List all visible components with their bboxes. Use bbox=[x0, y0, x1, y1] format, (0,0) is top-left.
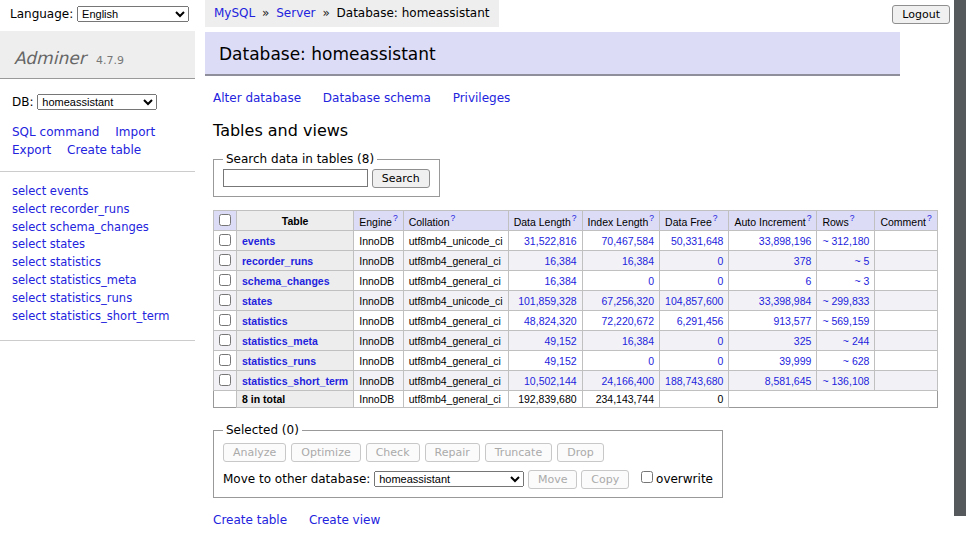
row-checkbox[interactable] bbox=[219, 234, 231, 246]
data-length-link[interactable]: 48,824,320 bbox=[524, 315, 577, 327]
table-link-statistics[interactable]: statistics bbox=[242, 315, 288, 327]
sidebar-select-link-select-statistics-meta[interactable]: select statistics_meta bbox=[12, 272, 183, 290]
data-length-link[interactable]: 16,384 bbox=[544, 255, 576, 267]
row-checkbox[interactable] bbox=[219, 334, 231, 346]
data-free-link[interactable]: 0 bbox=[718, 275, 724, 287]
column-help-link[interactable]: ? bbox=[850, 213, 855, 223]
column-help-link[interactable]: ? bbox=[713, 213, 718, 223]
sidebar-select-link-select-statistics[interactable]: select statistics bbox=[12, 254, 183, 272]
create-link-create-table[interactable]: Create table bbox=[213, 513, 287, 527]
adminer-logo-link[interactable]: Adminer bbox=[14, 48, 86, 68]
sidebar-select-link-select-events[interactable]: select events bbox=[12, 183, 183, 201]
data-length-link[interactable]: 101,859,328 bbox=[518, 295, 576, 307]
data-length-link[interactable]: 16,384 bbox=[544, 275, 576, 287]
data-free-link[interactable]: 50,331,648 bbox=[671, 235, 724, 247]
data-free-link[interactable]: 0 bbox=[718, 335, 724, 347]
rows-link[interactable]: ~ 312,180 bbox=[822, 235, 869, 247]
search-input[interactable] bbox=[223, 169, 368, 187]
sidebar-select-link-select-recorder-runs[interactable]: select recorder_runs bbox=[12, 201, 183, 219]
row-checkbox[interactable] bbox=[219, 314, 231, 326]
column-help-link[interactable]: ? bbox=[649, 213, 654, 223]
db-action-link-alter-database[interactable]: Alter database bbox=[213, 91, 301, 105]
language-select[interactable]: English bbox=[77, 6, 189, 22]
vertical-scrollbar[interactable] bbox=[954, 0, 966, 543]
db-action-link-database-schema[interactable]: Database schema bbox=[323, 91, 431, 105]
sidebar-select-link-select-statistics-runs[interactable]: select statistics_runs bbox=[12, 290, 183, 308]
index-length-link[interactable]: 67,256,320 bbox=[601, 295, 654, 307]
create-link-create-view[interactable]: Create view bbox=[309, 513, 380, 527]
auto-increment-link[interactable]: 6 bbox=[806, 275, 812, 287]
row-checkbox[interactable] bbox=[219, 254, 231, 266]
table-link-schema-changes[interactable]: schema_changes bbox=[242, 275, 330, 287]
data-free-link[interactable]: 0 bbox=[718, 355, 724, 367]
data-length-link[interactable]: 31,522,816 bbox=[524, 235, 577, 247]
table-link-statistics-runs[interactable]: statistics_runs bbox=[242, 355, 316, 367]
table-link-statistics-short-term[interactable]: statistics_short_term bbox=[242, 375, 348, 387]
sidebar-link-export[interactable]: Export bbox=[12, 143, 51, 157]
overwrite-checkbox[interactable] bbox=[641, 471, 653, 483]
sidebar-link-import[interactable]: Import bbox=[115, 125, 155, 139]
index-length-link[interactable]: 72,220,672 bbox=[601, 315, 654, 327]
sidebar-select-link-select-states[interactable]: select states bbox=[12, 236, 183, 254]
auto-increment-link[interactable]: 39,999 bbox=[779, 355, 811, 367]
breadcrumb-mysql-link[interactable]: MySQL bbox=[214, 6, 255, 20]
column-help-link[interactable]: ? bbox=[927, 213, 932, 223]
data-length-link[interactable]: 10,502,144 bbox=[524, 375, 577, 387]
index-length-link[interactable]: 0 bbox=[648, 275, 654, 287]
db-action-link-privileges[interactable]: Privileges bbox=[453, 91, 511, 105]
data-length-link[interactable]: 49,152 bbox=[544, 335, 576, 347]
table-link-statistics-meta[interactable]: statistics_meta bbox=[242, 335, 318, 347]
copy-button[interactable]: Copy bbox=[581, 470, 629, 489]
data-free-link[interactable]: 6,291,456 bbox=[677, 315, 724, 327]
data-free-link[interactable]: 188,743,680 bbox=[665, 375, 723, 387]
move-button[interactable]: Move bbox=[528, 470, 578, 489]
rows-link[interactable]: ~ 628 bbox=[843, 355, 870, 367]
drop-button[interactable]: Drop bbox=[557, 443, 603, 462]
rows-link[interactable]: ~ 299,833 bbox=[822, 295, 869, 307]
breadcrumb-server-link[interactable]: Server bbox=[276, 6, 315, 20]
repair-button[interactable]: Repair bbox=[425, 443, 480, 462]
rows-link[interactable]: ~ 5 bbox=[855, 255, 870, 267]
data-free-link[interactable]: 0 bbox=[718, 255, 724, 267]
move-db-select[interactable]: homeassistant bbox=[374, 471, 524, 487]
table-link-states[interactable]: states bbox=[242, 295, 272, 307]
rows-link[interactable]: ~ 136,108 bbox=[822, 375, 869, 387]
column-help-link[interactable]: ? bbox=[393, 213, 398, 223]
rows-link[interactable]: ~ 3 bbox=[855, 275, 870, 287]
row-checkbox[interactable] bbox=[219, 274, 231, 286]
row-checkbox[interactable] bbox=[219, 294, 231, 306]
sidebar-select-link-select-statistics-short-term[interactable]: select statistics_short_term bbox=[12, 308, 183, 326]
search-button[interactable]: Search bbox=[372, 169, 430, 188]
db-select[interactable]: homeassistant bbox=[37, 94, 157, 110]
app-version-link[interactable]: 4.7.9 bbox=[96, 54, 124, 67]
data-length-link[interactable]: 49,152 bbox=[544, 355, 576, 367]
data-free-link[interactable]: 104,857,600 bbox=[665, 295, 723, 307]
logout-button[interactable]: Logout bbox=[892, 5, 950, 24]
auto-increment-link[interactable]: 8,581,645 bbox=[765, 375, 812, 387]
truncate-button[interactable]: Truncate bbox=[485, 443, 552, 462]
rows-link[interactable]: ~ 244 bbox=[843, 335, 870, 347]
table-link-events[interactable]: events bbox=[242, 235, 275, 247]
index-length-link[interactable]: 0 bbox=[648, 355, 654, 367]
sidebar-link-sql-command[interactable]: SQL command bbox=[12, 125, 99, 139]
scrollbar-thumb[interactable] bbox=[954, 0, 966, 516]
select-all-checkbox[interactable] bbox=[219, 214, 231, 226]
rows-link[interactable]: ~ 569,159 bbox=[822, 315, 869, 327]
optimize-button[interactable]: Optimize bbox=[291, 443, 360, 462]
auto-increment-link[interactable]: 33,398,984 bbox=[759, 295, 812, 307]
analyze-button[interactable]: Analyze bbox=[223, 443, 286, 462]
check-button[interactable]: Check bbox=[366, 443, 420, 462]
index-length-link[interactable]: 70,467,584 bbox=[601, 235, 654, 247]
auto-increment-link[interactable]: 913,577 bbox=[773, 315, 811, 327]
auto-increment-link[interactable]: 325 bbox=[794, 335, 812, 347]
row-checkbox[interactable] bbox=[219, 374, 231, 386]
index-length-link[interactable]: 16,384 bbox=[622, 335, 654, 347]
column-help-link[interactable]: ? bbox=[451, 213, 456, 223]
row-checkbox[interactable] bbox=[219, 354, 231, 366]
auto-increment-link[interactable]: 33,898,196 bbox=[759, 235, 812, 247]
sidebar-link-create-table[interactable]: Create table bbox=[67, 143, 141, 157]
index-length-link[interactable]: 16,384 bbox=[622, 255, 654, 267]
table-link-recorder-runs[interactable]: recorder_runs bbox=[242, 255, 313, 267]
column-help-link[interactable]: ? bbox=[572, 213, 577, 223]
index-length-link[interactable]: 24,166,400 bbox=[601, 375, 654, 387]
